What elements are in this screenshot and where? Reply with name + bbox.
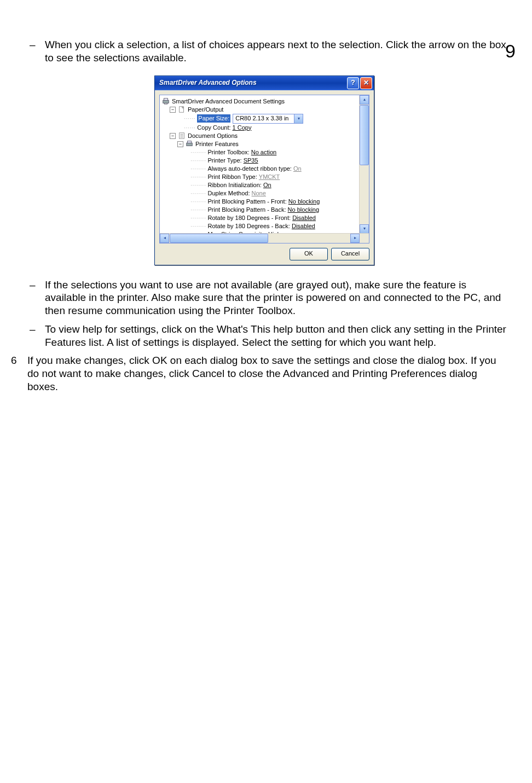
scroll-thumb-h[interactable]	[170, 234, 268, 243]
tree-feature-duplex[interactable]: ········ Duplex Method: None	[162, 189, 368, 198]
tree-connector: ········	[190, 165, 206, 173]
tree-connector: ········	[190, 173, 206, 181]
tree-connector: ········	[190, 156, 206, 165]
tree-feature-ribbon-init[interactable]: ········ Ribbon Initialization: On	[162, 181, 368, 189]
feature-label: Rotate by 180 Degrees - Back:	[207, 222, 290, 230]
step-number: 6	[11, 354, 27, 393]
feature-value: On	[293, 165, 302, 173]
tree-view-container: SmartDriver Advanced Document Settings −…	[159, 95, 369, 243]
tree-connector: ········	[190, 222, 206, 230]
tree-feature-toolbox[interactable]: ········ Printer Toolbox: No action	[162, 148, 368, 156]
vertical-scrollbar[interactable]: ▴ ▾	[359, 95, 369, 234]
feature-value: SP35	[244, 156, 258, 165]
horizontal-scrollbar[interactable]: ◂ ▸	[160, 233, 369, 243]
feature-value: Disabled	[292, 222, 315, 230]
feature-label: Always auto-detect ribbon type:	[207, 165, 291, 173]
tree-paper-size[interactable]: ······ Paper Size: CR80 2.13 x 3.38 in ▾	[162, 114, 368, 124]
dash: –	[19, 38, 45, 65]
document-options-label: Document Options	[188, 132, 238, 140]
tree-printer-features[interactable]: − Printer Features	[162, 140, 368, 148]
paper-size-dropdown[interactable]: CR80 2.13 x 3.38 in ▾	[233, 114, 303, 124]
tree-root-label: SmartDriver Advanced Document Settings	[172, 97, 285, 106]
dialog-client-area: SmartDriver Advanced Document Settings −…	[155, 90, 374, 265]
feature-value: No blocking	[288, 206, 319, 214]
bullet-item: – When you click a selection, a list of …	[19, 38, 510, 65]
feature-label: Printer Toolbox:	[207, 148, 249, 156]
tree-connector: ········	[190, 206, 206, 214]
collapse-icon[interactable]: −	[170, 107, 176, 113]
scroll-corner	[360, 234, 369, 243]
scroll-right-icon[interactable]: ▸	[350, 234, 360, 243]
close-button[interactable]: ✕	[360, 77, 372, 89]
feature-label: Duplex Method:	[207, 189, 250, 198]
paragraph-2: If the selections you want to use are no…	[45, 279, 510, 317]
ok-button[interactable]: OK	[290, 248, 328, 260]
collapse-icon[interactable]: −	[177, 141, 183, 147]
svg-rect-8	[187, 143, 193, 146]
tree-paper-output[interactable]: − Paper/Output	[162, 106, 368, 114]
help-button[interactable]: ?	[347, 77, 359, 89]
scroll-left-icon[interactable]: ◂	[160, 234, 169, 243]
tree-connector: ······	[184, 124, 195, 132]
tree-feature-ribbon-type[interactable]: ········ Print Ribbon Type: YMCKT	[162, 173, 368, 181]
advanced-options-dialog: SmartDriver Advanced Options ? ✕ SmartDr…	[154, 76, 374, 265]
page-number: 9	[505, 40, 516, 62]
tree-feature-type[interactable]: ········ Printer Type: SP35	[162, 156, 368, 165]
tree-root[interactable]: SmartDriver Advanced Document Settings	[162, 97, 368, 106]
paper-size-label: Paper Size:	[197, 114, 230, 123]
feature-label: Printer Type:	[207, 156, 241, 165]
feature-value: None	[252, 189, 266, 198]
feature-label: Print Blocking Pattern - Back:	[207, 206, 286, 214]
copy-count-value: 1 Copy	[233, 124, 252, 132]
numbered-item: 6 If you make changes, click OK on each …	[11, 354, 510, 393]
document-icon	[178, 132, 186, 140]
tree-connector: ········	[190, 198, 206, 206]
scroll-down-icon[interactable]: ▾	[360, 224, 369, 234]
body-text: – When you click a selection, a list of …	[19, 38, 510, 393]
dash: –	[19, 323, 45, 349]
bullet-item: – To view help for settings, click on th…	[19, 323, 510, 349]
dialog-button-row: OK Cancel	[159, 248, 369, 260]
feature-label: Rotate by 180 Degrees - Front:	[207, 214, 291, 222]
tree-connector: ········	[190, 148, 206, 156]
feature-value: On	[263, 181, 271, 189]
tree-connector: ········	[190, 189, 206, 198]
dash: –	[19, 279, 45, 317]
feature-value: No action	[251, 148, 276, 156]
bullet-item: – If the selections you want to use are …	[19, 279, 510, 317]
tree-feature-rotate-back[interactable]: ········ Rotate by 180 Degrees - Back: D…	[162, 222, 368, 230]
svg-rect-1	[164, 98, 168, 101]
paragraph-4: If you make changes, click OK on each di…	[27, 354, 510, 393]
settings-tree[interactable]: SmartDriver Advanced Document Settings −…	[160, 95, 369, 243]
scroll-up-icon[interactable]: ▴	[360, 95, 369, 105]
dialog-titlebar[interactable]: SmartDriver Advanced Options ? ✕	[155, 76, 374, 90]
chevron-down-icon[interactable]: ▾	[294, 114, 303, 123]
paper-size-value: CR80 2.13 x 3.38 in	[233, 114, 294, 123]
paragraph-1: When you click a selection, a list of ch…	[45, 38, 510, 65]
copy-count-label: Copy Count:	[197, 124, 230, 132]
feature-label: Ribbon Initialization:	[207, 181, 261, 189]
paragraph-3: To view help for settings, click on the …	[45, 323, 510, 349]
cancel-button[interactable]: Cancel	[331, 248, 369, 260]
feature-label: Print Ribbon Type:	[207, 173, 257, 181]
tree-connector: ········	[190, 214, 206, 222]
tree-connector: ········	[190, 181, 206, 189]
printer-features-icon	[186, 140, 193, 148]
tree-feature-rotate-front[interactable]: ········ Rotate by 180 Degrees - Front: …	[162, 214, 368, 222]
svg-rect-0	[163, 100, 169, 103]
feature-value: YMCKT	[259, 173, 280, 181]
tree-feature-block-front[interactable]: ········ Print Blocking Pattern - Front:…	[162, 198, 368, 206]
scroll-thumb[interactable]	[360, 105, 369, 165]
tree-feature-block-back[interactable]: ········ Print Blocking Pattern - Back: …	[162, 206, 368, 214]
printer-features-label: Printer Features	[195, 140, 239, 148]
tree-feature-autodetect[interactable]: ········ Always auto-detect ribbon type:…	[162, 165, 368, 173]
svg-rect-9	[188, 141, 192, 143]
tree-document-options[interactable]: − Document Options	[162, 132, 368, 140]
paper-icon	[178, 106, 186, 113]
collapse-icon[interactable]: −	[170, 133, 176, 139]
document-page: 9 – When you click a selection, a list o…	[0, 38, 532, 783]
dialog-title: SmartDriver Advanced Options	[159, 79, 346, 87]
tree-connector: ······	[184, 114, 195, 123]
tree-copy-count[interactable]: ······ Copy Count: 1 Copy	[162, 124, 368, 132]
printer-icon	[162, 97, 170, 105]
